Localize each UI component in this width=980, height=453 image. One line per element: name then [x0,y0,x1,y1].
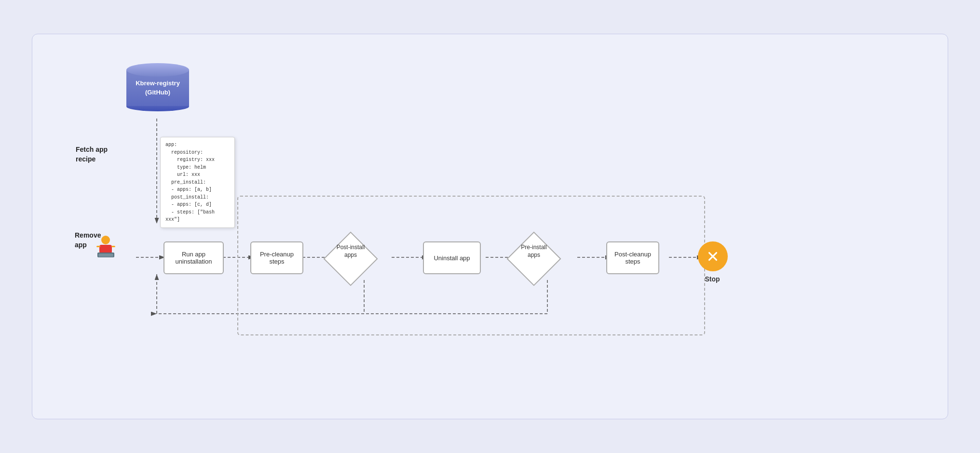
pre-cleanup-steps-node: Pre-cleanupsteps [250,241,303,274]
stop-circle[interactable] [698,241,728,271]
svg-rect-18 [98,253,113,257]
main-diagram-container: Kbrew-registry (GitHub) Fetch apprecipe … [32,34,948,419]
stop-label: Stop [693,275,732,283]
registry-cylinder: Kbrew-registry (GitHub) [126,63,189,111]
registry-label-line1: Kbrew-registry [136,80,180,87]
x-icon [706,250,720,263]
svg-rect-19 [96,246,100,247]
run-app-uninstallation-node: Run appuninstallation [163,241,224,274]
svg-rect-16 [99,245,112,253]
fetch-app-recipe-label: Fetch apprecipe [76,145,108,164]
uninstall-app-node: Uninstall app [423,241,481,274]
post-cleanup-steps-node: Post-cleanupsteps [606,241,659,274]
registry-label-line2: (GitHub) [145,89,170,96]
svg-point-15 [101,236,110,244]
person-icon [93,234,119,261]
recipe-card: app: repository: registry: xxx type: hel… [160,137,235,228]
svg-rect-20 [111,246,115,247]
